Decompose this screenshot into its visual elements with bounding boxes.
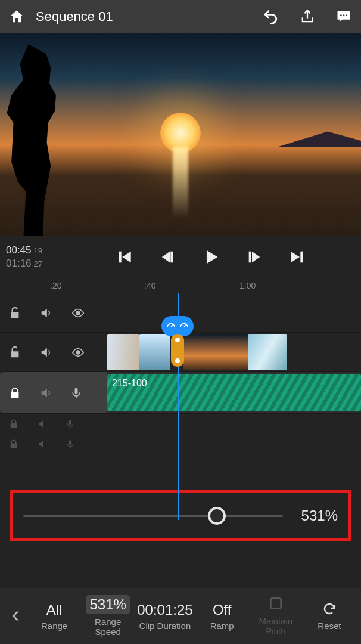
audio-track-1[interactable]: 215-100 xyxy=(0,372,361,414)
svg-rect-14 xyxy=(270,598,281,608)
ruler-tick: :40 xyxy=(144,281,155,290)
top-toolbar: Sequence 01 xyxy=(0,0,361,33)
audio-track-3[interactable] xyxy=(0,434,361,454)
checkbox-icon xyxy=(268,596,284,611)
step-back-icon[interactable] xyxy=(158,247,177,267)
audio-track-2[interactable] xyxy=(0,414,361,434)
time-ruler[interactable]: :20 :40 1:00 xyxy=(0,278,361,293)
share-icon[interactable] xyxy=(299,8,316,25)
param-clip-duration[interactable]: 00:01:25 Clip Duration xyxy=(137,602,192,631)
audio-clip[interactable]: 215-100 xyxy=(107,374,361,411)
svg-line-9 xyxy=(171,325,173,327)
play-icon[interactable] xyxy=(201,247,221,267)
speed-slider-value: 531% xyxy=(291,507,338,524)
svg-rect-6 xyxy=(300,252,303,263)
unlock-icon[interactable] xyxy=(8,346,21,359)
lock-icon[interactable] xyxy=(8,439,19,450)
speaker-icon[interactable] xyxy=(37,419,48,429)
playback-bar: 00:4519 01:1627 xyxy=(0,236,361,278)
svg-rect-4 xyxy=(170,252,173,263)
speaker-icon[interactable] xyxy=(39,306,52,320)
svg-rect-5 xyxy=(248,252,251,263)
svg-point-7 xyxy=(76,311,80,315)
eye-icon[interactable] xyxy=(70,306,86,320)
total-time: 01:16 xyxy=(6,258,32,269)
reset-icon xyxy=(320,602,338,616)
comment-icon[interactable] xyxy=(335,8,353,25)
param-ramp[interactable]: Off Ramp xyxy=(198,602,247,631)
video-track-1[interactable] xyxy=(0,333,361,372)
step-forward-icon[interactable] xyxy=(245,247,264,267)
svg-rect-3 xyxy=(119,252,121,263)
skip-start-icon[interactable] xyxy=(115,247,134,267)
svg-rect-13 xyxy=(69,440,71,445)
param-maintain-pitch[interactable]: Maintain Pitch xyxy=(251,596,300,636)
speed-slider-thumb[interactable] xyxy=(208,507,226,525)
mic-icon[interactable] xyxy=(66,439,75,450)
undo-icon[interactable] xyxy=(262,8,280,26)
svg-point-0 xyxy=(340,14,342,16)
svg-rect-11 xyxy=(75,388,78,394)
speed-slider-panel: 531% xyxy=(10,490,351,541)
current-time: 00:45 xyxy=(6,244,32,256)
unlock-icon[interactable] xyxy=(8,306,21,320)
ruler-tick: 1:00 xyxy=(239,281,256,290)
svg-point-8 xyxy=(76,351,80,354)
lock-icon[interactable] xyxy=(8,419,19,429)
speaker-icon[interactable] xyxy=(37,439,48,450)
video-preview[interactable] xyxy=(0,33,361,236)
svg-line-10 xyxy=(184,325,186,327)
back-icon[interactable] xyxy=(7,608,25,624)
param-reset[interactable]: Reset xyxy=(305,602,354,631)
total-frames: 27 xyxy=(34,259,42,268)
eye-icon[interactable] xyxy=(70,346,86,359)
home-icon[interactable] xyxy=(8,8,25,25)
svg-point-1 xyxy=(343,14,345,16)
clip[interactable] xyxy=(248,334,287,370)
param-range[interactable]: All Range xyxy=(30,602,79,631)
ruler-tick: :20 xyxy=(50,281,61,290)
mic-icon[interactable] xyxy=(70,386,82,400)
speed-marker[interactable] xyxy=(161,316,194,367)
audio-clip-label: 215-100 xyxy=(112,378,147,389)
lock-icon[interactable] xyxy=(8,386,21,400)
timeline-tracks: 215-100 xyxy=(0,293,361,454)
speaker-icon[interactable] xyxy=(39,386,52,400)
skip-end-icon[interactable] xyxy=(288,247,307,267)
speaker-icon[interactable] xyxy=(39,346,52,359)
speed-slider[interactable] xyxy=(23,515,283,517)
mic-icon[interactable] xyxy=(66,419,75,429)
clip[interactable] xyxy=(107,334,139,370)
sequence-title: Sequence 01 xyxy=(36,9,251,24)
param-range-speed[interactable]: 531% Range Speed xyxy=(83,595,132,637)
svg-rect-12 xyxy=(69,420,71,425)
timecode-display: 00:4519 01:1627 xyxy=(6,244,42,270)
speed-toolbar: All Range 531% Range Speed 00:01:25 Clip… xyxy=(0,588,361,644)
svg-point-2 xyxy=(346,14,347,16)
current-frames: 19 xyxy=(34,246,42,255)
